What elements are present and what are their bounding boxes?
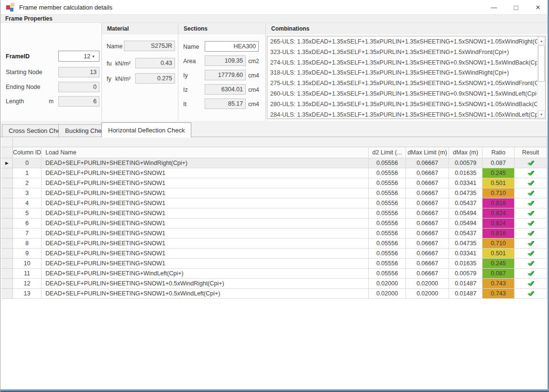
iy-field[interactable]: 17779.60 bbox=[205, 70, 246, 80]
table-row[interactable]: 2 DEAD+SELF+PURLIN+SHEETING+SNOW1 0.0555… bbox=[1, 178, 547, 188]
frameid-dropdown[interactable]: 12 ▾ bbox=[58, 51, 99, 62]
cell-result bbox=[515, 218, 547, 229]
maximize-button[interactable]: □ bbox=[505, 0, 527, 14]
row-selector[interactable] bbox=[1, 239, 13, 249]
table-row[interactable]: 8 DEAD+SELF+PURLIN+SHEETING+SNOW1 0.0555… bbox=[1, 239, 547, 249]
cell-dmax: 0.01635 bbox=[449, 168, 483, 178]
pass-check-icon bbox=[527, 240, 535, 247]
it-unit: cm4 bbox=[248, 101, 259, 108]
row-selector[interactable] bbox=[1, 208, 13, 218]
row-selector[interactable] bbox=[1, 249, 13, 259]
iz-unit: cm4 bbox=[248, 87, 259, 93]
table-row[interactable]: 10 DEAD+SELF+PURLIN+SHEETING+SNOW1 0.055… bbox=[1, 259, 547, 269]
cell-result bbox=[515, 198, 547, 208]
combination-item[interactable]: 275-ULS: 1.35xDEAD+1.35xSELF+1.35xPURLIN… bbox=[267, 78, 537, 89]
row-selector[interactable] bbox=[1, 218, 13, 229]
row-selector[interactable] bbox=[1, 289, 13, 299]
sections-title: Sections bbox=[184, 25, 208, 32]
combination-item[interactable]: 280-ULS: 1.35xDEAD+1.35xSELF+1.35xPURLIN… bbox=[267, 99, 537, 110]
frame-properties-title: Frame Properties bbox=[5, 15, 53, 22]
combination-item[interactable]: 274-ULS: 1.35xDEAD+1.35xSELF+1.35xPURLIN… bbox=[267, 58, 537, 68]
col-header-dmax-limit[interactable]: dMax Limit (m) bbox=[406, 147, 449, 158]
table-row[interactable]: 3 DEAD+SELF+PURLIN+SHEETING+SNOW1 0.0555… bbox=[1, 188, 547, 198]
row-selector-arrow: ▶ bbox=[5, 161, 9, 165]
combination-item[interactable]: 323-ULS: 1.35xDEAD+1.35xSELF+1.35xPURLIN… bbox=[267, 47, 537, 58]
material-name-field[interactable]: S275JR bbox=[124, 41, 175, 51]
area-unit: cm2 bbox=[248, 58, 259, 65]
row-selector[interactable] bbox=[1, 229, 13, 239]
scroll-down-icon[interactable]: ▼ bbox=[538, 110, 545, 118]
table-row[interactable]: 11 DEAD+SELF+PURLIN+SHEETING+WindLeft(Cp… bbox=[1, 269, 547, 279]
close-button[interactable]: ✕ bbox=[527, 0, 549, 14]
cell-dmax: 0.01487 bbox=[449, 289, 483, 299]
row-selector[interactable] bbox=[1, 198, 13, 208]
row-selector[interactable] bbox=[1, 269, 13, 279]
col-header-ratio[interactable]: Ratio bbox=[483, 147, 515, 158]
material-title: Material bbox=[107, 25, 129, 32]
combinations-scrollbar[interactable]: ▲ ▼ bbox=[537, 36, 545, 119]
col-header-result[interactable]: Result bbox=[515, 147, 547, 158]
row-selector[interactable] bbox=[1, 178, 13, 188]
combination-item[interactable]: 265-ULS: 1.35xDEAD+1.35xSELF+1.35xPURLIN… bbox=[267, 37, 537, 47]
table-row[interactable]: 1 DEAD+SELF+PURLIN+SHEETING+SNOW1 0.0555… bbox=[1, 168, 547, 178]
cell-load-name: DEAD+SELF+PURLIN+SHEETING+WindRight(Cpi+… bbox=[42, 158, 369, 168]
row-selector[interactable] bbox=[1, 279, 13, 289]
cell-result bbox=[515, 249, 547, 259]
minimize-button[interactable]: — bbox=[483, 0, 505, 14]
length-field[interactable]: 6 bbox=[58, 96, 99, 107]
material-name-label: Name bbox=[107, 43, 122, 50]
cell-column-id: 5 bbox=[13, 208, 42, 218]
table-row[interactable]: 6 DEAD+SELF+PURLIN+SHEETING+SNOW1 0.0555… bbox=[1, 218, 547, 229]
col-header-load-name[interactable]: Load Name bbox=[42, 147, 369, 158]
iz-field[interactable]: 6304.01 bbox=[205, 84, 246, 95]
row-selector[interactable] bbox=[1, 188, 13, 198]
table-row[interactable]: 13 DEAD+SELF+PURLIN+SHEETING+SNOW1+0.5xW… bbox=[1, 289, 547, 299]
combination-item[interactable]: 318-ULS: 1.35xDEAD+1.35xSELF+1.35xPURLIN… bbox=[267, 68, 537, 78]
starting-node-field[interactable]: 13 bbox=[58, 67, 99, 77]
cell-d2-limit: 0.02000 bbox=[369, 289, 406, 299]
row-selector[interactable] bbox=[1, 168, 13, 178]
cell-column-id: 10 bbox=[13, 259, 42, 269]
table-row[interactable]: ▶ 0 DEAD+SELF+PURLIN+SHEETING+WindRight(… bbox=[1, 158, 547, 168]
row-selector[interactable] bbox=[1, 259, 13, 269]
cell-ratio: 0.087 bbox=[483, 269, 515, 279]
table-row[interactable]: 9 DEAD+SELF+PURLIN+SHEETING+SNOW1 0.0555… bbox=[1, 249, 547, 259]
fy-field[interactable]: 0.275 bbox=[135, 73, 175, 84]
col-header-dmax[interactable]: dMax (m) bbox=[449, 147, 483, 158]
table-row[interactable]: 7 DEAD+SELF+PURLIN+SHEETING+SNOW1 0.0555… bbox=[1, 229, 547, 239]
pass-check-icon bbox=[527, 280, 535, 287]
combination-item[interactable]: 284-ULS: 1.35xDEAD+1.35xSELF+1.35xPURLIN… bbox=[267, 110, 537, 119]
cell-dmax: 0.00579 bbox=[449, 158, 483, 168]
tab-horizontal-deflection-check[interactable]: Horizontal Deflection Check bbox=[101, 122, 191, 137]
col-header-d2-limit[interactable]: d2 Limit (... bbox=[369, 147, 406, 158]
it-field[interactable]: 85.17 bbox=[205, 98, 246, 109]
ending-node-field[interactable]: 0 bbox=[58, 82, 99, 92]
fu-field[interactable]: 0.43 bbox=[135, 58, 175, 68]
cell-ratio: 0.824 bbox=[483, 218, 515, 229]
scrollbar-thumb[interactable] bbox=[538, 45, 545, 82]
table-row[interactable]: 5 DEAD+SELF+PURLIN+SHEETING+SNOW1 0.0555… bbox=[1, 208, 547, 218]
starting-node-label: Starting Node bbox=[6, 69, 42, 76]
material-panel: Material Name S275JR fu kN/m² 0.43 fy kN… bbox=[101, 23, 178, 121]
cell-d2-limit: 0.05556 bbox=[369, 188, 406, 198]
cell-d2-limit: 0.05556 bbox=[369, 198, 406, 208]
area-field[interactable]: 109.35 bbox=[205, 55, 246, 66]
pass-check-icon bbox=[527, 160, 535, 166]
cell-dmax-limit: 0.02000 bbox=[406, 289, 449, 299]
col-header-column-id[interactable]: Column ID bbox=[13, 147, 42, 158]
cell-result bbox=[515, 208, 547, 218]
tab-strip: Cross Section Check Buckling Check Horiz… bbox=[0, 121, 548, 137]
cell-load-name: DEAD+SELF+PURLIN+SHEETING+SNOW1 bbox=[42, 259, 369, 269]
cell-result bbox=[515, 188, 547, 198]
table-row[interactable]: 4 DEAD+SELF+PURLIN+SHEETING+SNOW1 0.0555… bbox=[1, 198, 547, 208]
row-selector[interactable]: ▶ bbox=[1, 158, 13, 168]
cell-ratio: 0.743 bbox=[483, 279, 515, 289]
combination-item[interactable]: 260-ULS: 1.35xDEAD+1.35xSELF+1.35xPURLIN… bbox=[267, 89, 537, 99]
pass-check-icon bbox=[527, 220, 535, 227]
cell-column-id: 13 bbox=[13, 289, 42, 299]
table-row[interactable]: 12 DEAD+SELF+PURLIN+SHEETING+SNOW1+0.5xW… bbox=[1, 279, 547, 289]
section-name-field[interactable]: HEA300 bbox=[205, 41, 259, 52]
cell-dmax: 0.04735 bbox=[449, 188, 483, 198]
section-name-label: Name bbox=[183, 44, 199, 50]
scroll-up-icon[interactable]: ▲ bbox=[538, 37, 545, 44]
